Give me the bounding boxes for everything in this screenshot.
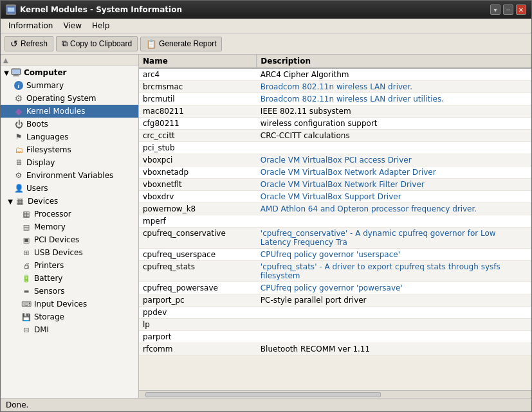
sidebar-item-usb-label: USB Devices (34, 248, 83, 257)
sidebar-item-filesystems-label: Filesystems (26, 145, 71, 154)
table-row[interactable]: powernow_k8AMD Athlon 64 and Opteron pro… (139, 203, 531, 215)
refresh-label: Refresh (21, 39, 48, 48)
table-row[interactable]: parport_pcPC-style parallel port driver (139, 294, 531, 307)
cell-description: CPUfreq policy governor 'userspace' (257, 249, 531, 261)
sidebar-item-filesystems-icon: 🗂 (14, 145, 24, 155)
table-row[interactable]: brcmsmacBroadcom 802.11n wireless LAN dr… (139, 81, 531, 93)
table-row[interactable]: lp (139, 319, 531, 331)
sidebar-item-kernel-label: Kernel Modules (26, 107, 85, 116)
table-row[interactable]: cpufreq_stats'cpufreq_stats' - A driver … (139, 261, 531, 282)
toolbar: ↺ Refresh ⧉ Copy to Clipboard 📋 Generate… (1, 33, 531, 55)
sidebar-item-printers[interactable]: 🖨Printers (1, 259, 138, 272)
table-row[interactable]: ppdev (139, 307, 531, 319)
cell-description: PC-style parallel port driver (257, 294, 531, 307)
cell-description (257, 331, 531, 343)
table-row[interactable]: parport (139, 331, 531, 343)
cell-name: powernow_k8 (139, 203, 257, 215)
table-row[interactable]: brcmutilBroadcom 802.11n wireless LAN dr… (139, 93, 531, 105)
copy-button[interactable]: ⧉ Copy to Clipboard (56, 36, 138, 51)
table-row[interactable]: pci_stub (139, 142, 531, 154)
restore-button[interactable]: ─ (503, 4, 513, 15)
table-row[interactable]: vboxnetadpOracle VM VirtualBox Network A… (139, 166, 531, 179)
cell-name: cpufreq_stats (139, 261, 257, 282)
cell-description: AMD Athlon 64 and Opteron processor freq… (257, 203, 531, 215)
sidebar-item-devices[interactable]: ▼▦Devices (1, 195, 138, 208)
h-scroll-bar[interactable] (139, 390, 531, 398)
cell-name: vboxnetflt (139, 179, 257, 191)
copy-label: Copy to Clipboard (70, 39, 132, 48)
sidebar-item-battery[interactable]: 🔋Battery (1, 272, 138, 285)
table-row[interactable]: arc4ARC4 Cipher Algorithm (139, 68, 531, 81)
cell-description: Bluetooth RECOMM ver 1.11 (257, 343, 531, 355)
sidebar-item-env-icon: ⚙ (14, 170, 24, 181)
cell-name: cpufreq_conservative (139, 228, 257, 249)
svg-rect-2 (9, 13, 13, 14)
main-panel: Name Description arc4ARC4 Cipher Algorit… (139, 55, 531, 398)
sidebar-item-usb[interactable]: ⊞USB Devices (1, 246, 138, 259)
computer-icon (11, 67, 21, 78)
cell-description: CPUfreq policy governor 'powersave' (257, 282, 531, 294)
table-row[interactable]: crc_ccittCRC-CCITT calculations (139, 130, 531, 142)
table-row[interactable]: cpufreq_powersaveCPUfreq policy governor… (139, 282, 531, 294)
minimize-button[interactable]: ▾ (490, 4, 500, 15)
table-row[interactable]: cpufreq_userspaceCPUfreq policy governor… (139, 249, 531, 261)
close-button[interactable]: ✕ (516, 4, 526, 15)
sidebar-item-boots-icon: ⏻ (14, 119, 24, 129)
sidebar-item-memory-label: Memory (34, 222, 66, 231)
table-row[interactable]: cfg80211wireless configuration support (139, 118, 531, 130)
refresh-button[interactable]: ↺ Refresh (5, 36, 53, 51)
refresh-icon: ↺ (10, 39, 18, 49)
report-button[interactable]: 📋 Generate Report (140, 37, 222, 51)
sidebar-item-filesystems[interactable]: 🗂Filesystems (1, 143, 138, 156)
scroll-up-indicator: ▲ (3, 57, 8, 64)
computer-label: Computer (24, 68, 66, 77)
sidebar-item-computer[interactable]: ▼ Computer (1, 66, 138, 79)
sidebar-item-usb-icon: ⊞ (21, 247, 32, 258)
menu-view[interactable]: View (58, 20, 86, 31)
sidebar-item-input[interactable]: ⌨Input Devices (1, 298, 138, 310)
report-label: Generate Report (159, 39, 216, 48)
sidebar-item-env-label: Environment Variables (26, 171, 113, 180)
sidebar-item-processor[interactable]: ▦Processor (1, 208, 138, 220)
table-row[interactable]: rfcommBluetooth RECOMM ver 1.11 (139, 343, 531, 355)
table-header-row: Name Description (139, 55, 531, 68)
sidebar-item-storage[interactable]: 💾Storage (1, 310, 138, 323)
sidebar-item-sensors-icon: ≡ (21, 286, 32, 296)
sidebar-item-pci[interactable]: ▣PCI Devices (1, 233, 138, 246)
sidebar-item-memory[interactable]: ▤Memory (1, 220, 138, 233)
sidebar-item-os-label: Operating System (26, 94, 96, 103)
table-row[interactable]: vboxnetfltOracle VM VirtualBox Network F… (139, 179, 531, 191)
menu-information[interactable]: Information (3, 20, 58, 31)
data-table-container[interactable]: Name Description arc4ARC4 Cipher Algorit… (139, 55, 531, 390)
sidebar-item-display-icon: 🖥 (14, 157, 24, 168)
table-row[interactable]: vboxdrvOracle VM VirtualBox Support Driv… (139, 191, 531, 203)
table-row[interactable]: vboxpciOracle VM VirtualBox PCI access D… (139, 154, 531, 166)
cell-name: mac80211 (139, 105, 257, 118)
table-row[interactable]: cpufreq_conservative'cpufreq_conservativ… (139, 228, 531, 249)
cell-description: Oracle VM VirtualBox Network Filter Driv… (257, 179, 531, 191)
sidebar[interactable]: ▲ ▼ Computer iSummary⚙Operating System◆K… (1, 55, 139, 398)
table-row[interactable]: mac80211IEEE 802.11 subsystem (139, 105, 531, 118)
menu-help[interactable]: Help (87, 20, 115, 31)
svg-rect-3 (8, 14, 14, 15)
h-scroll-thumb[interactable] (145, 392, 381, 397)
cell-name: vboxnetadp (139, 166, 257, 179)
sidebar-item-devices-icon: ▦ (15, 196, 25, 206)
sidebar-item-languages[interactable]: ⚑Languages (1, 130, 138, 143)
sidebar-item-env[interactable]: ⚙Environment Variables (1, 169, 138, 182)
sidebar-item-summary[interactable]: iSummary (1, 79, 138, 92)
svg-rect-1 (8, 8, 14, 12)
svg-rect-6 (14, 75, 18, 76)
cell-name: vboxdrv (139, 191, 257, 203)
sidebar-item-display[interactable]: 🖥Display (1, 156, 138, 169)
sidebar-item-boots[interactable]: ⏻Boots (1, 118, 138, 130)
cell-description: Oracle VM VirtualBox Network Adapter Dri… (257, 166, 531, 179)
sidebar-item-os[interactable]: ⚙Operating System (1, 92, 138, 105)
copy-icon: ⧉ (62, 39, 68, 49)
sidebar-item-users-icon: 👤 (14, 183, 24, 193)
sidebar-item-dmi[interactable]: ⊟DMI (1, 323, 138, 336)
sidebar-item-kernel[interactable]: ◆Kernel Modules (1, 105, 138, 118)
sidebar-item-sensors[interactable]: ≡Sensors (1, 285, 138, 298)
sidebar-item-users[interactable]: 👤Users (1, 182, 138, 195)
table-row[interactable]: mperf (139, 215, 531, 228)
